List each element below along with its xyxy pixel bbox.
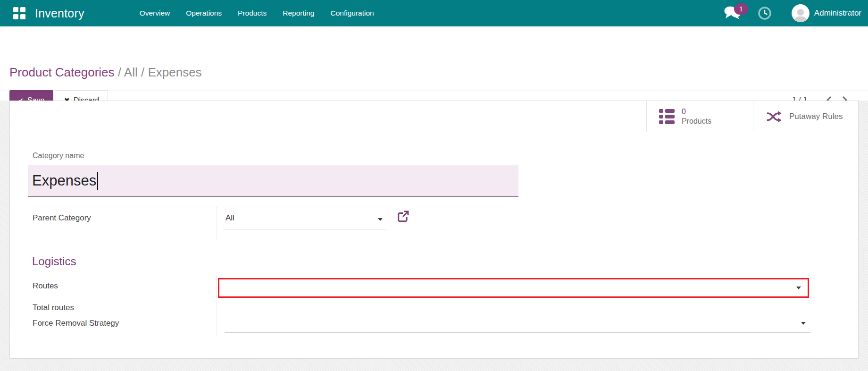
breadcrumb: Product Categories / All / Expenses bbox=[9, 65, 202, 80]
menu-item-configuration[interactable]: Configuration bbox=[322, 0, 382, 26]
breadcrumb-all[interactable]: All bbox=[124, 65, 138, 79]
field-underline bbox=[223, 229, 386, 229]
menu-item-operations[interactable]: Operations bbox=[178, 0, 230, 26]
products-stat-button[interactable]: 0 Products bbox=[646, 101, 753, 132]
products-list-icon bbox=[659, 109, 675, 124]
form-sheet: 0 Products Putaway Rules Category name E… bbox=[9, 101, 859, 359]
stat-button-strip: 0 Products Putaway Rules bbox=[10, 101, 858, 132]
top-navbar: Inventory Overview Operations Products R… bbox=[0, 0, 868, 26]
products-count: 0 bbox=[682, 107, 711, 117]
category-name-value: Expenses bbox=[32, 172, 96, 189]
field-underline bbox=[225, 332, 810, 333]
clock-icon bbox=[758, 6, 772, 20]
total-routes-label: Total routes bbox=[33, 303, 74, 312]
category-name-input[interactable]: Expenses bbox=[28, 165, 518, 197]
dropdown-caret-icon[interactable] bbox=[796, 287, 801, 289]
shuffle-icon bbox=[766, 111, 783, 122]
putaway-rules-label: Putaway Rules bbox=[789, 112, 843, 121]
breadcrumb-separator: / bbox=[141, 65, 144, 79]
menu-item-overview[interactable]: Overview bbox=[132, 0, 178, 26]
user-name[interactable]: Administrator bbox=[814, 8, 861, 18]
messages-count-badge: 1 bbox=[734, 3, 748, 15]
column-separator bbox=[217, 206, 217, 241]
breadcrumb-product-categories[interactable]: Product Categories bbox=[9, 65, 115, 79]
user-avatar[interactable] bbox=[792, 4, 810, 22]
logistics-section-title: Logistics bbox=[32, 255, 76, 268]
dropdown-caret-icon[interactable] bbox=[378, 218, 383, 221]
internal-link-button[interactable] bbox=[396, 210, 410, 226]
products-label: Products bbox=[682, 117, 711, 126]
app-menu: Overview Operations Products Reporting C… bbox=[132, 0, 382, 26]
putaway-rules-stat-button[interactable]: Putaway Rules bbox=[753, 101, 858, 132]
messages-button[interactable]: 1 bbox=[724, 5, 744, 22]
content-background: 0 Products Putaway Rules Category name E… bbox=[0, 101, 868, 371]
breadcrumb-current: Expenses bbox=[148, 65, 201, 79]
parent-category-field[interactable]: All bbox=[225, 213, 234, 223]
person-icon bbox=[793, 7, 809, 22]
text-cursor bbox=[97, 172, 98, 190]
routes-field-highlighted[interactable] bbox=[218, 278, 809, 298]
force-removal-strategy-label: Force Removal Strategy bbox=[33, 319, 119, 328]
category-name-label: Category name bbox=[33, 152, 84, 160]
navbar-right: 1 Administrator bbox=[724, 4, 861, 22]
menu-item-reporting[interactable]: Reporting bbox=[275, 0, 322, 26]
parent-category-label: Parent Category bbox=[33, 213, 91, 223]
column-separator bbox=[217, 275, 217, 336]
app-title[interactable]: Inventory bbox=[35, 7, 84, 20]
external-link-icon bbox=[396, 210, 410, 224]
dropdown-caret-icon[interactable] bbox=[801, 322, 806, 325]
routes-label: Routes bbox=[33, 281, 58, 291]
menu-item-products[interactable]: Products bbox=[230, 0, 275, 26]
apps-grid-icon[interactable] bbox=[13, 7, 25, 19]
breadcrumb-separator: / bbox=[118, 65, 121, 79]
control-panel: Product Categories / All / Expenses ✔ Sa… bbox=[0, 26, 868, 91]
activities-button[interactable] bbox=[758, 6, 772, 20]
